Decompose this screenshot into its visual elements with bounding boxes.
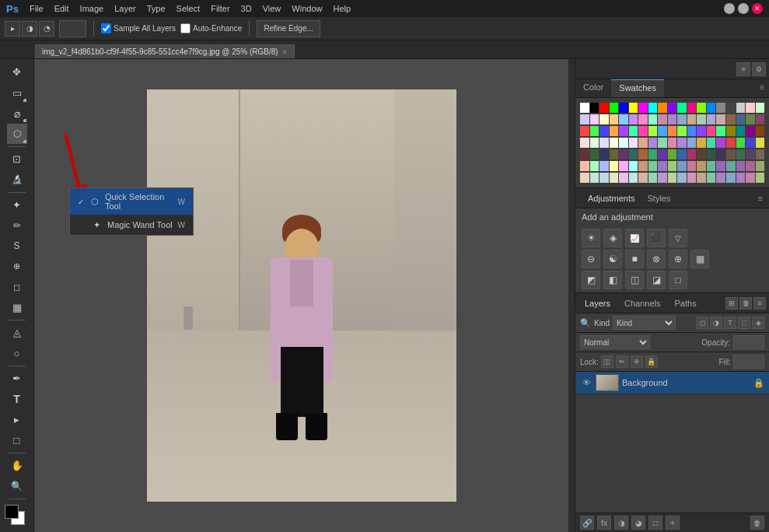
- swatch-3-18[interactable]: [756, 138, 765, 148]
- adj-icon-gradient-map[interactable]: ◪: [647, 271, 666, 289]
- layer-visibility-toggle[interactable]: 👁: [580, 376, 592, 389]
- swatch-2-17[interactable]: [746, 126, 755, 136]
- close-button[interactable]: ✕: [752, 3, 763, 14]
- swatch-6-2[interactable]: [599, 173, 609, 183]
- swatch-5-18[interactable]: [756, 161, 765, 171]
- menu-view[interactable]: View: [258, 2, 286, 15]
- swatch-3-13[interactable]: [707, 138, 716, 148]
- swatch-4-14[interactable]: [716, 149, 725, 159]
- swatch-2-8[interactable]: [658, 126, 667, 136]
- tab-color[interactable]: Color: [575, 79, 611, 97]
- layers-kind-select[interactable]: Kind Name Effect Mode Attribute Color Sm…: [613, 316, 676, 330]
- swatch-3-12[interactable]: [697, 138, 706, 148]
- layer-item-background[interactable]: 👁 Background 🔒: [575, 372, 769, 394]
- swatch-1-18[interactable]: [756, 114, 765, 124]
- swatch-4-3[interactable]: [610, 149, 619, 159]
- layers-panel-icon-btn[interactable]: ⊞: [725, 297, 738, 310]
- lock-position-icon[interactable]: ✛: [631, 355, 643, 368]
- menu-3d[interactable]: 3D: [236, 2, 257, 15]
- adj-icon-color-balance[interactable]: ☯: [603, 250, 622, 268]
- swatch-6-13[interactable]: [707, 173, 716, 183]
- swatch-4-13[interactable]: [707, 149, 716, 159]
- color-picker-area[interactable]: [5, 505, 30, 529]
- swatch-2-7[interactable]: [648, 126, 658, 136]
- brush-preset-3[interactable]: ◔: [39, 21, 54, 37]
- swatch-6-16[interactable]: [736, 173, 746, 183]
- swatch-3-9[interactable]: [668, 138, 677, 148]
- swatch-2-12[interactable]: [697, 126, 706, 136]
- panel-settings-button[interactable]: ⚙: [752, 62, 766, 76]
- swatch-6-9[interactable]: [668, 173, 677, 183]
- add-mask-button[interactable]: ◑: [614, 516, 628, 530]
- swatch-0-12[interactable]: [697, 103, 706, 113]
- adj-icon-exposure[interactable]: ⬛: [647, 229, 666, 247]
- swatch-1-1[interactable]: [590, 114, 599, 124]
- filter-adjust-icon[interactable]: ◑: [710, 317, 722, 329]
- swatch-0-15[interactable]: [726, 103, 736, 113]
- tab-layers[interactable]: Layers: [578, 297, 617, 310]
- adj-icon-vibrance[interactable]: ▽: [669, 229, 687, 247]
- swatch-5-13[interactable]: [707, 161, 716, 171]
- lock-transparent-icon[interactable]: ◫: [601, 355, 613, 368]
- swatch-5-15[interactable]: [726, 161, 736, 171]
- adj-icon-color-lookup[interactable]: ▦: [690, 250, 709, 268]
- lock-all-icon[interactable]: 🔒: [645, 355, 658, 368]
- swatch-1-2[interactable]: [599, 114, 609, 124]
- swatch-1-17[interactable]: [746, 114, 755, 124]
- swatch-4-0[interactable]: [580, 149, 589, 159]
- swatch-2-3[interactable]: [610, 126, 619, 136]
- menu-edit[interactable]: Edit: [50, 2, 74, 15]
- menu-help[interactable]: Help: [328, 2, 355, 15]
- swatch-3-0[interactable]: [580, 138, 589, 148]
- context-menu-item-quick-selection[interactable]: ✓ ⬡ Quick Selection Tool W: [70, 188, 193, 215]
- sample-all-layers-checkbox[interactable]: [101, 23, 111, 33]
- swatch-6-7[interactable]: [648, 173, 658, 183]
- swatch-2-18[interactable]: [756, 126, 765, 136]
- swatch-4-9[interactable]: [668, 149, 677, 159]
- swatch-3-3[interactable]: [610, 138, 619, 148]
- swatch-4-4[interactable]: [619, 149, 628, 159]
- tab-channels[interactable]: Channels: [618, 297, 666, 310]
- filter-shape-icon[interactable]: □: [738, 317, 750, 329]
- swatch-3-5[interactable]: [629, 138, 638, 148]
- swatch-1-6[interactable]: [638, 114, 648, 124]
- swatch-4-2[interactable]: [599, 149, 609, 159]
- swatch-1-12[interactable]: [697, 114, 706, 124]
- tab-paths[interactable]: Paths: [669, 297, 703, 310]
- tool-crop[interactable]: ⊡: [7, 149, 27, 169]
- swatch-2-10[interactable]: [677, 126, 687, 136]
- fill-input[interactable]: 100%: [733, 355, 764, 369]
- swatch-0-9[interactable]: [668, 103, 677, 113]
- swatch-6-0[interactable]: [580, 173, 589, 183]
- swatch-0-1[interactable]: [590, 103, 599, 113]
- tool-eraser[interactable]: ◻: [7, 277, 27, 296]
- swatch-5-14[interactable]: [716, 161, 725, 171]
- adj-icon-invert[interactable]: ◩: [582, 271, 600, 289]
- panel-options-button[interactable]: ≡: [755, 79, 769, 97]
- tool-brush[interactable]: ✏: [7, 215, 27, 235]
- menu-image[interactable]: Image: [75, 2, 109, 15]
- swatch-2-4[interactable]: [619, 126, 628, 136]
- adj-icon-brightness[interactable]: ☀: [582, 229, 600, 247]
- swatch-0-5[interactable]: [629, 103, 638, 113]
- swatch-1-5[interactable]: [629, 114, 638, 124]
- adj-icon-posterize[interactable]: ◧: [603, 271, 622, 289]
- menu-file[interactable]: File: [25, 2, 48, 15]
- swatch-3-17[interactable]: [746, 138, 755, 148]
- filter-smart-icon[interactable]: ◈: [752, 317, 764, 329]
- swatch-0-3[interactable]: [610, 103, 619, 113]
- tool-healing-brush[interactable]: ✦: [7, 195, 27, 215]
- swatch-1-10[interactable]: [677, 114, 687, 124]
- opacity-input[interactable]: 100%: [733, 335, 764, 349]
- swatch-1-15[interactable]: [726, 114, 736, 124]
- swatch-1-13[interactable]: [707, 114, 716, 124]
- swatch-6-3[interactable]: [610, 173, 619, 183]
- swatch-0-7[interactable]: [648, 103, 658, 113]
- swatch-0-6[interactable]: [638, 103, 648, 113]
- panel-collapse-handle[interactable]: ⋮: [568, 59, 575, 532]
- swatch-0-2[interactable]: [599, 103, 609, 113]
- tool-text[interactable]: T: [7, 390, 27, 409]
- swatch-4-10[interactable]: [677, 149, 687, 159]
- layers-panel-delete-btn[interactable]: 🗑: [739, 297, 752, 310]
- filter-pixel-icon[interactable]: ◻: [696, 317, 708, 329]
